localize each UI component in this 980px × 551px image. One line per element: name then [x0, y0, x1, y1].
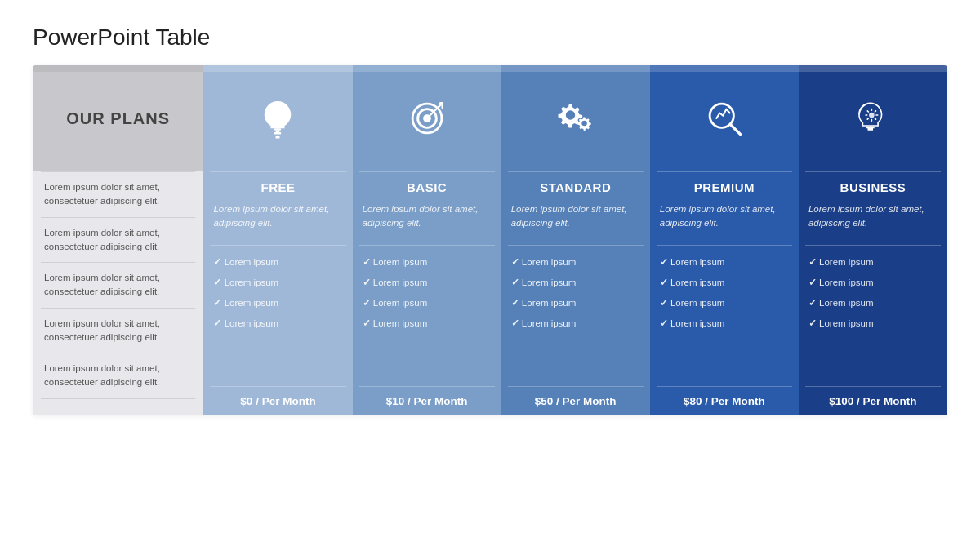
basic-feature-2: Lorem ipsum — [353, 293, 501, 313]
our-plans-title: OUR PLANS — [55, 109, 181, 128]
basic-name: BASIC — [353, 172, 501, 199]
free-price: $0 / Per Month — [203, 387, 352, 415]
col-premium: PREMIUM Lorem ipsum dolor sit amet, adip… — [650, 65, 799, 415]
business-price: $100 / Per Month — [799, 387, 947, 415]
premium-icon-wrap — [703, 65, 746, 171]
free-name: FREE — [203, 172, 352, 199]
free-feature-0: Lorem ipsum — [203, 252, 352, 273]
pricing-table: OUR PLANS Lorem ipsum dolor sit amet, co… — [33, 65, 947, 415]
label-price — [33, 399, 203, 415]
standard-feature-2: Lorem ipsum — [501, 293, 650, 313]
label-row-1: Lorem ipsum dolor sit amet, consectetuer… — [33, 172, 203, 217]
basic-icon-wrap — [406, 65, 448, 171]
label-column: OUR PLANS Lorem ipsum dolor sit amet, co… — [33, 65, 203, 415]
business-feature-2: Lorem ipsum — [799, 293, 947, 313]
business-feature-1: Lorem ipsum — [799, 273, 947, 293]
free-header — [203, 65, 352, 171]
basic-features: Lorem ipsumLorem ipsumLorem ipsumLorem i… — [353, 246, 501, 386]
brain-gears-icon — [852, 97, 894, 140]
chart-search-icon — [703, 97, 746, 140]
label-row-3: Lorem ipsum dolor sit amet, consectetuer… — [33, 263, 203, 308]
standard-icon-wrap — [555, 65, 597, 171]
business-feature-3: Lorem ipsum — [799, 313, 947, 334]
business-name: BUSINESS — [799, 172, 947, 199]
standard-feature-3: Lorem ipsum — [501, 313, 650, 334]
standard-name: STANDARD — [501, 172, 650, 199]
basic-feature-1: Lorem ipsum — [353, 273, 501, 293]
target-icon — [406, 97, 448, 140]
lightbulb-icon — [256, 97, 299, 140]
premium-feature-0: Lorem ipsum — [650, 252, 799, 273]
premium-price: $80 / Per Month — [650, 387, 799, 415]
free-feature-1: Lorem ipsum — [203, 273, 352, 293]
label-row-5: Lorem ipsum dolor sit amet, consectetuer… — [33, 353, 203, 398]
free-desc: Lorem ipsum dolor sit amet, adipiscing e… — [203, 199, 352, 245]
premium-header — [650, 65, 799, 171]
premium-desc: Lorem ipsum dolor sit amet, adipiscing e… — [650, 199, 799, 245]
standard-price: $50 / Per Month — [501, 387, 650, 415]
free-icon-wrap — [256, 65, 299, 171]
col-business: BUSINESS Lorem ipsum dolor sit amet, adi… — [799, 65, 947, 415]
standard-desc: Lorem ipsum dolor sit amet, adipiscing e… — [501, 199, 650, 245]
free-feature-3: Lorem ipsum — [203, 313, 352, 334]
premium-features: Lorem ipsumLorem ipsumLorem ipsumLorem i… — [650, 246, 799, 386]
standard-feature-1: Lorem ipsum — [501, 273, 650, 293]
label-row-4: Lorem ipsum dolor sit amet, consectetuer… — [33, 309, 203, 353]
col-standard: STANDARD Lorem ipsum dolor sit amet, adi… — [501, 65, 650, 415]
premium-feature-2: Lorem ipsum — [650, 293, 799, 313]
basic-desc: Lorem ipsum dolor sit amet, adipiscing e… — [353, 199, 501, 245]
col-free: FREE Lorem ipsum dolor sit amet, adipisc… — [203, 65, 352, 415]
business-feature-0: Lorem ipsum — [799, 252, 947, 273]
basic-price: $10 / Per Month — [353, 387, 501, 415]
business-icon-wrap — [852, 65, 894, 171]
free-feature-2: Lorem ipsum — [203, 293, 352, 313]
premium-feature-3: Lorem ipsum — [650, 313, 799, 334]
col-basic: BASIC Lorem ipsum dolor sit amet, adipis… — [353, 65, 501, 415]
standard-header — [501, 65, 650, 171]
standard-feature-0: Lorem ipsum — [501, 252, 650, 273]
label-header: OUR PLANS — [33, 65, 203, 171]
label-row-2: Lorem ipsum dolor sit amet, consectetuer… — [33, 218, 203, 263]
premium-name: PREMIUM — [650, 172, 799, 199]
page-title: PowerPoint Table — [33, 24, 947, 51]
standard-features: Lorem ipsumLorem ipsumLorem ipsumLorem i… — [501, 246, 650, 386]
basic-feature-0: Lorem ipsum — [353, 252, 501, 273]
basic-header — [353, 65, 501, 171]
gears-icon — [555, 97, 597, 140]
premium-feature-1: Lorem ipsum — [650, 273, 799, 293]
free-features: Lorem ipsumLorem ipsumLorem ipsumLorem i… — [203, 246, 352, 386]
business-features: Lorem ipsumLorem ipsumLorem ipsumLorem i… — [799, 246, 947, 386]
basic-feature-3: Lorem ipsum — [353, 313, 501, 334]
business-header — [799, 65, 947, 171]
business-desc: Lorem ipsum dolor sit amet, adipiscing e… — [799, 199, 947, 245]
